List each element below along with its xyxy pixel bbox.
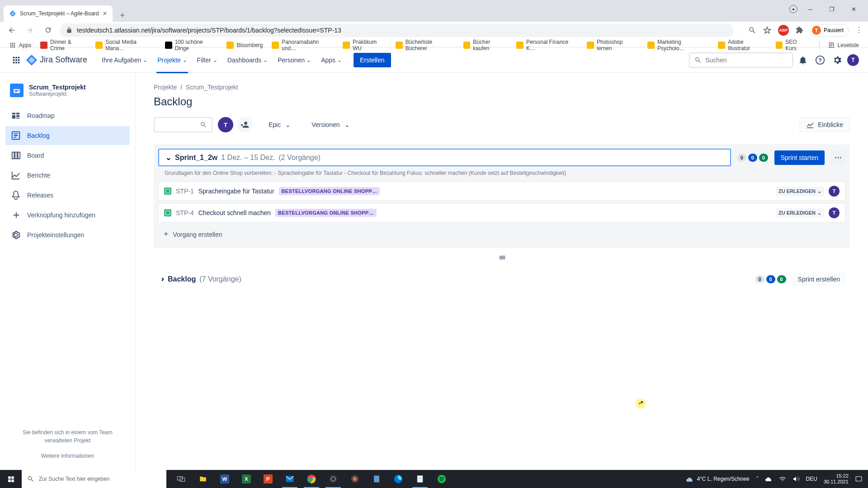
app-icon-1[interactable] bbox=[344, 470, 365, 488]
create-sprint-button[interactable]: Sprint erstellen bbox=[793, 272, 845, 286]
issue-row[interactable]: STP-1Spracheingabe für TastaturBESTELLVO… bbox=[158, 182, 845, 201]
settings-icon[interactable] bbox=[830, 53, 844, 67]
chevron-down-icon: ⌄ bbox=[817, 188, 821, 194]
insights-button[interactable]: Einblicke bbox=[799, 117, 850, 132]
menu-icon[interactable]: ⋮ bbox=[855, 26, 863, 34]
epic-tag[interactable]: BESTELLVORGANG ONLINE SHOPP… bbox=[275, 209, 377, 217]
user-avatar[interactable]: T bbox=[847, 54, 859, 66]
chevron-down-icon: ⌄ bbox=[817, 210, 821, 216]
minimize-button[interactable]: ─ bbox=[801, 2, 819, 16]
excel-icon[interactable]: X bbox=[236, 470, 257, 488]
sidebar-item-verkn-pfung-hinzuf-gen[interactable]: Verknüpfung hinzufügen bbox=[5, 206, 130, 225]
tray-chevron-icon[interactable]: ˄ bbox=[756, 476, 759, 482]
nav-item-dashboards[interactable]: Dashboards⌄ bbox=[223, 54, 273, 66]
sprint-section: ⌄ Sprint_1_2w 1 Dez. – 15 Dez. (2 Vorgän… bbox=[154, 144, 850, 248]
chevron-down-icon[interactable]: ⌄ bbox=[165, 153, 171, 162]
global-search[interactable] bbox=[689, 52, 793, 68]
abp-extension-icon[interactable]: ABP bbox=[778, 25, 789, 36]
nav-item-filter[interactable]: Filter⌄ bbox=[193, 54, 222, 66]
sidebar-item-backlog[interactable]: Backlog bbox=[5, 126, 130, 145]
url-field[interactable]: testdeutsch1.atlassian.net/jira/software… bbox=[60, 23, 734, 37]
sprint-header: ⌄ Sprint_1_2w 1 Dez. – 15 Dez. (2 Vorgän… bbox=[158, 149, 845, 166]
backlog-search[interactable] bbox=[154, 117, 212, 132]
issue-summary: Spracheingabe für Tastatur bbox=[198, 188, 274, 195]
nav-item-personen[interactable]: Personen⌄ bbox=[273, 54, 316, 66]
taskbar-search[interactable]: Zur Suche Text hier eingeben bbox=[22, 470, 166, 488]
task-view-icon[interactable] bbox=[171, 470, 192, 488]
nav-item-projekte[interactable]: Projekte⌄ bbox=[153, 54, 191, 66]
cast-icon[interactable]: ● bbox=[789, 5, 797, 13]
wifi-icon[interactable] bbox=[779, 476, 786, 482]
nav-item-apps[interactable]: Apps⌄ bbox=[316, 54, 346, 66]
chevron-right-icon[interactable]: ⌄ bbox=[157, 277, 165, 282]
app-shell: Jira Software Ihre Aufgaben⌄Projekte⌄Fil… bbox=[0, 47, 868, 470]
reload-button[interactable] bbox=[42, 24, 54, 37]
explorer-icon[interactable] bbox=[193, 470, 213, 488]
zoom-icon[interactable] bbox=[748, 26, 756, 34]
breadcrumb-project[interactable]: Scrum_Testprojekt bbox=[186, 84, 238, 91]
star-icon[interactable] bbox=[763, 26, 771, 34]
app-icon-2[interactable] bbox=[366, 470, 387, 488]
volume-icon[interactable] bbox=[793, 475, 800, 483]
badge-todo: 0 bbox=[737, 154, 746, 162]
back-button[interactable] bbox=[5, 24, 18, 37]
profile-avatar: T bbox=[812, 26, 821, 35]
backlog-header[interactable]: ⌄ Backlog (7 Vorgänge) bbox=[158, 275, 749, 284]
sidebar-item-board[interactable]: Board bbox=[5, 146, 130, 165]
chrome-icon[interactable] bbox=[301, 470, 322, 488]
create-issue-link[interactable]: + Vorgang erstellen bbox=[158, 225, 845, 244]
jira-logo[interactable]: Jira Software bbox=[26, 55, 87, 66]
svg-rect-25 bbox=[417, 476, 423, 483]
sprint-title-box[interactable]: ⌄ Sprint_1_2w 1 Dez. – 15 Dez. (2 Vorgän… bbox=[158, 149, 731, 166]
maximize-button[interactable]: ❐ bbox=[823, 2, 841, 16]
extensions-icon[interactable] bbox=[796, 26, 803, 34]
nav-item-ihre-aufgaben[interactable]: Ihre Aufgaben⌄ bbox=[97, 54, 152, 66]
start-sprint-button[interactable]: Sprint starten bbox=[774, 150, 825, 165]
close-icon[interactable]: ✕ bbox=[103, 10, 107, 17]
filter-avatar[interactable]: T bbox=[218, 117, 233, 132]
sidebar-item-roadmap[interactable]: Roadmap bbox=[5, 106, 130, 125]
status-dropdown[interactable]: ZU ERLEDIGEN ⌄ bbox=[776, 187, 824, 196]
versions-filter[interactable]: Versionen ⌄ bbox=[307, 118, 354, 131]
assignee-avatar[interactable]: T bbox=[829, 186, 840, 197]
footer-text: Sie befinden sich in einem vom Team verw… bbox=[10, 428, 125, 445]
app-switcher-icon[interactable] bbox=[9, 53, 24, 67]
create-button[interactable]: Erstellen bbox=[354, 53, 391, 67]
spotify-icon[interactable] bbox=[431, 470, 452, 488]
drag-handle[interactable]: ▴▴▴▾▾▾ bbox=[154, 254, 850, 260]
language-indicator[interactable]: DEU bbox=[806, 476, 817, 482]
weather-widget[interactable]: 4°C L. Regen/Schnee bbox=[686, 475, 749, 483]
sidebar-item-projekteinstellungen[interactable]: Projekteinstellungen bbox=[5, 225, 130, 244]
new-tab-button[interactable]: + bbox=[116, 9, 129, 22]
forward-button[interactable] bbox=[24, 24, 36, 37]
onedrive-icon[interactable] bbox=[765, 476, 773, 482]
clock[interactable]: 15:22 30.11.2021 bbox=[824, 473, 849, 485]
sprint-more-button[interactable]: ⋯ bbox=[831, 150, 845, 165]
status-dropdown[interactable]: ZU ERLEDIGEN ⌄ bbox=[776, 208, 824, 218]
footer-link[interactable]: Weitere Informationen bbox=[10, 453, 125, 459]
chevron-down-icon: ⌄ bbox=[285, 121, 291, 128]
help-icon[interactable]: ? bbox=[813, 53, 827, 67]
assignee-avatar[interactable]: T bbox=[829, 207, 840, 218]
issue-row[interactable]: STP-4Checkout schnell machenBESTELLVORGA… bbox=[158, 203, 845, 222]
notifications-tray-icon[interactable] bbox=[855, 475, 863, 483]
notepad-icon[interactable] bbox=[410, 470, 430, 488]
obs-icon[interactable] bbox=[323, 470, 344, 488]
start-button[interactable] bbox=[0, 470, 22, 488]
word-icon[interactable]: W bbox=[214, 470, 235, 488]
mail-icon[interactable] bbox=[279, 470, 300, 488]
browser-tab[interactable]: Scrum_Testprojekt – Agile-Board ✕ bbox=[4, 5, 113, 22]
edge-icon[interactable] bbox=[388, 470, 409, 488]
profile-chip[interactable]: T Pausiert bbox=[810, 24, 849, 37]
add-people-button[interactable] bbox=[237, 117, 252, 132]
breadcrumb-projects[interactable]: Projekte bbox=[154, 84, 177, 91]
notifications-icon[interactable] bbox=[796, 53, 810, 67]
epic-tag[interactable]: BESTELLVORGANG ONLINE SHOPP… bbox=[279, 187, 380, 195]
sidebar-item-releases[interactable]: Releases bbox=[5, 186, 130, 205]
powerpoint-icon[interactable]: P bbox=[258, 470, 278, 488]
epic-filter[interactable]: Epic ⌄ bbox=[264, 118, 295, 131]
svg-rect-4 bbox=[15, 91, 18, 92]
sidebar-item-berichte[interactable]: Berichte bbox=[5, 166, 130, 185]
close-window-button[interactable]: ✕ bbox=[844, 2, 863, 16]
search-input[interactable] bbox=[705, 56, 788, 64]
